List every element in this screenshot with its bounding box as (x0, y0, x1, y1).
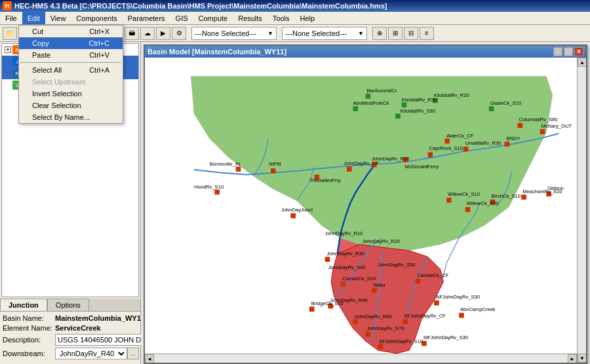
menu-edit-paste[interactable]: Paste Ctrl+V (19, 49, 123, 61)
node-caprrock[interactable] (428, 153, 433, 158)
menu-edit-select-all[interactable]: Select All Ctrl+A (19, 64, 123, 76)
node-willowck-s10[interactable] (446, 198, 452, 203)
run-select-dropdown[interactable]: ---None Selected--- ▼ (191, 27, 277, 40)
node-abvwest[interactable] (353, 106, 358, 111)
expand-icon[interactable]: + (5, 46, 11, 53)
node-klickitat[interactable] (395, 114, 401, 119)
select-by-name-label: Select By Name... (32, 113, 90, 121)
node-glade[interactable] (489, 106, 494, 111)
map-title-controls: − □ ✕ (553, 47, 583, 56)
menu-compute[interactable]: Compute (193, 12, 233, 24)
toolbar-basin-btn[interactable]: 🏔 (125, 27, 139, 40)
menu-tools[interactable]: Tools (267, 12, 295, 24)
toolbar-icon1-btn[interactable]: ⊕ (372, 27, 387, 40)
map-container: Basin Model [MainstemColumbia_WY11] − □ … (141, 42, 590, 364)
toolbar-open-btn[interactable]: 📁 (3, 27, 17, 40)
label-klickitat-r30: KlickitatRv_R30 (402, 97, 437, 103)
menu-edit-invert-selection[interactable]: Invert Selection (19, 88, 123, 100)
cut-label: Cut (32, 27, 43, 35)
menu-components[interactable]: Components (71, 12, 122, 24)
menu-edit-cut[interactable]: Cut Ctrl+X (19, 26, 123, 37)
run-select-arrow: ▼ (267, 30, 273, 37)
node-sfjohnday-s10[interactable] (378, 344, 384, 349)
cut-shortcut: Ctrl+X (89, 27, 109, 35)
node-bndy[interactable] (505, 141, 510, 147)
node-camasck-s10[interactable] (340, 282, 345, 287)
node-alderck[interactable] (444, 139, 450, 144)
map-scroll-horizontal[interactable]: ◄ ► (145, 354, 577, 363)
scroll-down-btn[interactable]: ▼ (578, 354, 586, 363)
title-text: HEC-HMS 4.3 Beta [C:\PROJECTS\Columbia B… (14, 2, 387, 10)
menu-help[interactable]: Help (295, 12, 321, 24)
map-minimize-btn[interactable]: − (553, 47, 562, 56)
downstream-wrapper: JohnDayRv_R40 ... (55, 348, 139, 359)
copy-shortcut: Ctrl+C (89, 39, 109, 47)
downstream-label: Downstream: (3, 350, 55, 357)
label-johndayr10b: JohnDayRv_R10 (325, 230, 363, 236)
menu-edit-copy[interactable]: Copy Ctrl+C (19, 37, 123, 49)
node-johndaycf[interactable] (347, 166, 352, 172)
menu-file[interactable]: File (0, 12, 22, 24)
node-camasck-cf[interactable] (416, 279, 421, 284)
menu-edit-select-upstream[interactable]: Select Upstream (19, 76, 123, 88)
menu-view[interactable]: View (45, 12, 71, 24)
scroll-left-btn[interactable]: ◄ (145, 354, 154, 363)
node-abvcampcrk[interactable] (459, 313, 464, 318)
node-umatilla[interactable] (463, 147, 469, 152)
result-select-dropdown[interactable]: ---None Selected--- ▼ (282, 27, 367, 40)
node-mcnary[interactable] (540, 129, 545, 134)
scroll-right-btn[interactable]: ► (568, 354, 577, 363)
toolbar-sim-btn[interactable]: ▶ (156, 27, 170, 40)
node-willowck-s20[interactable] (465, 207, 471, 212)
menu-edit-select-by-name[interactable]: Select By Name... (19, 111, 123, 123)
label-alderck: AlderCk_CF (446, 133, 474, 139)
label-colrv-s80: ColumbiaRv_S80 (519, 117, 557, 122)
node-bridgeck[interactable] (309, 306, 315, 312)
node-klickitat-r30[interactable] (402, 102, 407, 107)
label-ritter: Ritter (374, 282, 386, 288)
node-johndayr30[interactable] (325, 257, 330, 262)
label-willowck-s10: WillowCk_S10 (448, 191, 480, 197)
tab-options[interactable]: Options (47, 299, 89, 311)
toolbar-optim-btn[interactable]: ⚙ (172, 27, 186, 40)
node-johndayjunct[interactable] (290, 213, 296, 219)
toolbar-met-btn[interactable]: ☁ (140, 27, 155, 40)
map-maximize-btn[interactable]: □ (564, 47, 573, 56)
downstream-select[interactable]: JohnDayRv_R40 (55, 348, 127, 359)
node-nfjohnday-s30[interactable] (434, 300, 439, 306)
select-all-shortcut: Ctrl+A (89, 66, 109, 74)
map-close-btn[interactable]: ✕ (574, 47, 583, 56)
toolbar-icon2-btn[interactable]: ⊞ (388, 27, 403, 40)
downstream-browse-btn[interactable]: ... (127, 348, 139, 359)
description-label: Description: (3, 336, 55, 344)
label-thedallles: TheDallesFrry (309, 177, 341, 183)
node-meacham[interactable] (521, 194, 526, 200)
tab-junction[interactable]: Junction (0, 299, 47, 311)
node-blwsummit[interactable] (366, 94, 371, 99)
label-willowck-s20: WillowCk_S20 (467, 200, 499, 206)
toolbar-icon3-btn[interactable]: ⊟ (404, 27, 418, 40)
menu-edit-clear-selection[interactable]: Clear Selection (19, 100, 123, 111)
paste-label: Paste (32, 51, 50, 59)
map-scroll-vertical[interactable]: ▲ ▼ (577, 58, 586, 363)
node-johndayr60[interactable] (353, 319, 358, 324)
node-ritter[interactable] (372, 288, 377, 293)
toolbar-icon4-btn[interactable]: ≡ (420, 27, 434, 40)
description-input[interactable] (55, 334, 151, 346)
node-ntpitt[interactable] (271, 168, 276, 173)
scroll-up-btn[interactable]: ▲ (578, 58, 586, 67)
separator-1 (20, 62, 121, 63)
node-bonneville[interactable] (236, 166, 241, 172)
title-bar: H HEC-HMS 4.3 Beta [C:\PROJECTS\Columbia… (0, 0, 590, 12)
node-sfjohnday-cf[interactable] (403, 319, 408, 324)
menu-gis[interactable]: GIS (170, 12, 193, 24)
basin-name-label: Basin Name: (3, 314, 55, 322)
node-johndayr70[interactable] (366, 331, 371, 337)
node-hoodrv[interactable] (214, 190, 220, 195)
paste-shortcut: Ctrl+V (89, 51, 109, 59)
menu-parameters[interactable]: Parameters (123, 12, 170, 24)
map-title-text: Basin Model [MainstemColumbia_WY11] (148, 48, 286, 56)
node-colrv-s80[interactable] (518, 123, 523, 128)
menu-edit[interactable]: Edit (22, 12, 45, 24)
menu-results[interactable]: Results (233, 12, 267, 24)
